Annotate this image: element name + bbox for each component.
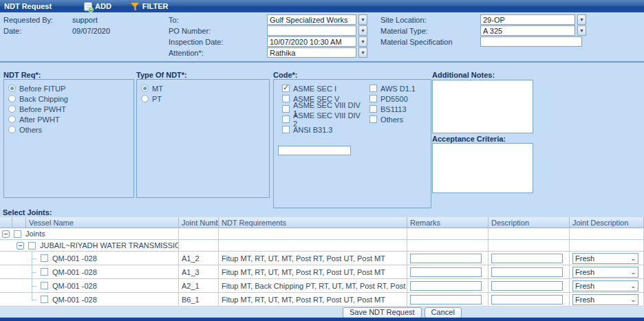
page-title: NDT Request bbox=[0, 2, 74, 10]
remarks-cell bbox=[407, 265, 489, 279]
filter-button[interactable]: FILTER bbox=[125, 0, 174, 12]
inspection-combo-arrow-icon[interactable]: ▼ bbox=[358, 36, 367, 47]
row-select-checkbox[interactable] bbox=[41, 254, 48, 262]
material-spec-input[interactable] bbox=[480, 36, 582, 47]
tree-group-row: Joints bbox=[0, 228, 644, 240]
code-option-ansi-b31-3: ANSI B31.3 bbox=[278, 124, 365, 135]
code-option-aws-d1-1: AWS D1.1 bbox=[365, 83, 416, 93]
ndt-req-option-label: Before FITUP bbox=[19, 85, 65, 93]
row-select-checkbox[interactable] bbox=[41, 268, 48, 276]
description-cell bbox=[489, 293, 570, 307]
code-checkbox[interactable] bbox=[369, 95, 377, 102]
ndt-requirements-cell: Fitup MT, RT, UT, MT, Post RT, Post UT, … bbox=[219, 293, 407, 307]
description-cell bbox=[489, 228, 570, 240]
row-select-checkbox[interactable] bbox=[41, 296, 48, 303]
header-remarks: Remarks bbox=[407, 217, 489, 228]
site-location-input[interactable] bbox=[480, 14, 575, 25]
joint-description-select[interactable]: Fresh⌄ bbox=[572, 294, 638, 305]
code-option-others: Others bbox=[365, 114, 416, 124]
ndt-req-radio[interactable] bbox=[8, 105, 16, 113]
save-ndt-request-button[interactable]: Save NDT Request bbox=[343, 307, 422, 318]
ndt-req-radio[interactable] bbox=[8, 95, 16, 102]
code-checkbox[interactable] bbox=[282, 126, 290, 133]
chevron-down-icon: ⌄ bbox=[630, 283, 636, 289]
joint-description-cell: Fresh⌄ bbox=[570, 279, 644, 293]
vessel-name-cell: QM-001 -028 bbox=[0, 293, 179, 307]
code-checkbox[interactable] bbox=[369, 85, 377, 92]
radio-option-after-pwht: After PWHT bbox=[4, 114, 133, 124]
po-number-input[interactable] bbox=[267, 25, 356, 36]
joint-description-value: Fresh bbox=[575, 282, 594, 290]
description-input[interactable] bbox=[491, 267, 563, 277]
material-type-label: Material Type: bbox=[380, 27, 428, 35]
code-checkbox[interactable] bbox=[282, 95, 290, 102]
tree-connector bbox=[30, 252, 36, 265]
additional-notes-textarea[interactable] bbox=[432, 80, 533, 133]
description-input[interactable] bbox=[491, 254, 563, 263]
description-cell bbox=[489, 240, 570, 252]
header-joint-number: Joint Number bbox=[179, 217, 219, 228]
po-combo-arrow-icon[interactable]: ▼ bbox=[358, 25, 367, 36]
tree-collapse-icon[interactable] bbox=[2, 230, 10, 238]
header-joint-description: Joint Description bbox=[570, 217, 644, 228]
code-checkbox[interactable] bbox=[282, 115, 290, 123]
code-checkbox[interactable] bbox=[282, 85, 290, 92]
joint-number-cell: A1_3 bbox=[179, 265, 219, 279]
ndt-req-radio[interactable] bbox=[8, 115, 16, 123]
site-combo-arrow-icon[interactable]: ▼ bbox=[577, 14, 586, 25]
header-vessel-name: Vessel Name bbox=[26, 217, 179, 228]
vessel-name-label: QM-001 -028 bbox=[52, 282, 97, 290]
joint-description-select[interactable]: Fresh⌄ bbox=[572, 280, 638, 291]
code-checkbox[interactable] bbox=[369, 105, 377, 113]
ndt-req-radio[interactable] bbox=[8, 126, 16, 133]
remarks-cell bbox=[407, 279, 489, 293]
to-combo-arrow-icon[interactable]: ▼ bbox=[358, 14, 367, 25]
description-input[interactable] bbox=[491, 281, 563, 291]
vessel-name-cell: QM-001 -028 bbox=[0, 279, 179, 293]
cancel-button[interactable]: Cancel bbox=[425, 307, 462, 318]
tree-collapse-icon[interactable] bbox=[17, 242, 24, 250]
select-joints-label: Select Joints: bbox=[3, 208, 52, 217]
joint-description-cell: Fresh⌄ bbox=[570, 265, 644, 279]
code-label: Code*: bbox=[273, 71, 297, 79]
vessel-name-label: JUBAIL~RIYADH WATER TRANSMISSION SYSTEM bbox=[40, 241, 179, 250]
add-icon: + bbox=[84, 2, 92, 11]
joints-table-header: Vessel Name Joint Number NDT Requirement… bbox=[0, 217, 644, 228]
description-cell bbox=[489, 265, 570, 279]
code-checkbox[interactable] bbox=[369, 115, 377, 123]
joint-description-select[interactable]: Fresh⌄ bbox=[572, 253, 638, 264]
ndt-req-option-label: After PWHT bbox=[19, 115, 60, 124]
chevron-down-icon: ⌄ bbox=[630, 296, 636, 303]
joint-number-cell: B6_1 bbox=[179, 293, 219, 307]
attention-combo-arrow-icon[interactable]: ▼ bbox=[358, 47, 367, 58]
remarks-input[interactable] bbox=[410, 267, 482, 277]
remarks-input[interactable] bbox=[410, 281, 482, 291]
joint-description-cell bbox=[570, 240, 644, 252]
type-of-ndt-radio[interactable] bbox=[141, 85, 149, 92]
attention-input[interactable] bbox=[267, 47, 356, 58]
ndt-req-radio[interactable] bbox=[8, 85, 16, 92]
site-location-label: Site Location: bbox=[380, 16, 427, 24]
joint-description-select[interactable]: Fresh⌄ bbox=[572, 267, 638, 278]
vessel-name-cell: QM-001 -028 bbox=[0, 252, 179, 265]
row-select-checkbox[interactable] bbox=[14, 230, 21, 238]
code-checkbox[interactable] bbox=[282, 105, 290, 113]
row-select-checkbox[interactable] bbox=[28, 242, 36, 250]
code-other-input[interactable] bbox=[278, 146, 351, 155]
type-of-ndt-option-label: PT bbox=[152, 95, 162, 103]
remarks-input[interactable] bbox=[410, 295, 482, 305]
remarks-input[interactable] bbox=[410, 254, 482, 263]
acceptance-criteria-textarea[interactable] bbox=[432, 143, 533, 193]
add-button[interactable]: + ADD bbox=[78, 0, 117, 12]
footer-bar: Save NDT Request Cancel bbox=[0, 307, 644, 318]
type-of-ndt-radio[interactable] bbox=[141, 95, 149, 102]
to-combo-input[interactable] bbox=[267, 14, 356, 25]
code-option-asme-sec-viii-div-2: ASME SEC VIII DIV 2 bbox=[278, 114, 365, 124]
row-select-checkbox[interactable] bbox=[41, 282, 48, 289]
material-type-input[interactable] bbox=[480, 25, 575, 36]
material-type-combo-arrow-icon[interactable]: ▼ bbox=[577, 25, 586, 36]
requested-by-label: Requested By: bbox=[3, 16, 53, 24]
inspection-date-input[interactable] bbox=[267, 36, 356, 47]
chevron-down-icon: ⌄ bbox=[630, 269, 636, 276]
description-input[interactable] bbox=[491, 295, 563, 305]
